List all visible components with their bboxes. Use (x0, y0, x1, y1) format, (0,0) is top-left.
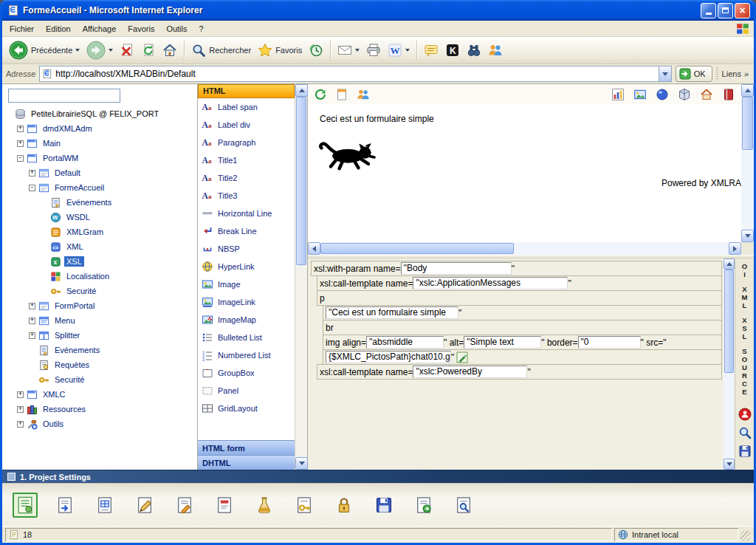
side-tab-oi[interactable]: OI (742, 262, 747, 278)
edit-word-button[interactable]: W (385, 41, 413, 60)
book-red-icon[interactable] (722, 88, 735, 101)
source-row-3[interactable]: p (317, 290, 722, 306)
source-row-4[interactable]: "Ceci est un formulaire simple" (323, 305, 722, 321)
tool-button-9[interactable] (331, 493, 357, 518)
address-dropdown-button[interactable] (659, 66, 671, 81)
project-settings-bar[interactable]: 1. Project Settings (2, 470, 754, 483)
minimize-button[interactable] (701, 3, 716, 18)
tree-item-splitter[interactable]: +Splitter (2, 328, 197, 343)
tool-button-8[interactable] (292, 493, 317, 518)
magnifier-icon[interactable] (738, 426, 752, 439)
tree-item-wsdl[interactable]: WWSDL (2, 210, 197, 224)
forward-button[interactable] (83, 38, 116, 62)
source-field[interactable]: "absmiddle (366, 336, 444, 349)
go-button[interactable]: OK (676, 66, 712, 82)
tree-expand-toggle[interactable]: + (17, 391, 24, 398)
scrollbar-thumb[interactable] (724, 270, 734, 373)
search-button[interactable]: Rechercher (188, 41, 254, 60)
back-dropdown-caret[interactable] (75, 49, 80, 52)
save-icon[interactable] (738, 445, 752, 458)
tree-item-localisation[interactable]: Localisation (2, 269, 197, 284)
tool-button-1[interactable] (13, 493, 38, 518)
menu-item-affichage[interactable]: Affichage (77, 22, 123, 35)
side-tab-xsl[interactable]: XSL (742, 316, 746, 340)
tree-expand-toggle[interactable]: - (17, 155, 24, 162)
tree-item-dmdxmladm[interactable]: +dmdXMLAdm (2, 121, 197, 136)
palette-item-label-div[interactable]: AaLabel div (198, 116, 295, 134)
menu-item-favoris[interactable]: Favoris (122, 22, 160, 35)
tree-item-main[interactable]: +Main (2, 136, 197, 151)
research-button[interactable] (464, 41, 484, 60)
source-row-1[interactable]: xsl:with-param name="Body" (311, 261, 722, 276)
back-button[interactable]: Précédente (6, 38, 83, 62)
mail-button[interactable] (334, 41, 362, 60)
tree-item-formeaccueil[interactable]: -FormeAccueil (2, 180, 197, 195)
scroll-left-button[interactable] (308, 242, 320, 255)
tree-item-ressources[interactable]: +Ressources (2, 402, 197, 417)
tool-button-6[interactable] (212, 493, 237, 518)
page-orange-icon[interactable] (335, 88, 348, 101)
source-row-8[interactable]: xsl:call-template name="xslc:PoweredBy" (317, 364, 722, 380)
links-toolbar[interactable]: Liens » (722, 69, 750, 78)
palette-item-groupbox[interactable]: GroupBox (198, 364, 295, 382)
tool-button-10[interactable] (371, 493, 396, 518)
edit-dropdown-caret[interactable] (405, 49, 410, 52)
source-field[interactable]: "Simple text (464, 336, 541, 349)
tool-button-7[interactable] (252, 493, 277, 518)
palette-item-paragraph[interactable]: AaParagraph (198, 134, 295, 151)
palette-section-html-form[interactable]: HTML form (198, 440, 295, 455)
palette-item-title2[interactable]: AaTitle2 (198, 169, 295, 187)
home-orange-icon[interactable] (700, 88, 713, 101)
palette-header[interactable]: HTML (198, 84, 295, 98)
preview-horizontal-scrollbar[interactable] (308, 242, 741, 255)
scroll-right-button[interactable] (729, 242, 741, 255)
tree-item-outils[interactable]: +Outils (2, 417, 197, 431)
menu-item-5[interactable]: ? (193, 22, 210, 35)
source-field[interactable]: "0 (578, 336, 641, 349)
tree-item-xsl[interactable]: xXSL (2, 254, 197, 269)
tree-expand-toggle[interactable]: + (17, 421, 24, 428)
print-button[interactable] (363, 41, 384, 60)
palette-item-gridlayout[interactable]: GridLayout (198, 400, 295, 417)
source-field[interactable]: "xslc:PoweredBy (413, 366, 527, 378)
source-field[interactable]: {$XMLC_PictosPath}chat010.gif (326, 351, 451, 363)
k-tool-button[interactable]: K (442, 41, 463, 60)
tree-item-requ-tes[interactable]: Requètes (2, 357, 197, 372)
discuss-button[interactable] (421, 41, 441, 60)
tree-item-ev-nements[interactable]: Evénements (2, 343, 197, 357)
history-button[interactable] (306, 41, 326, 60)
tree-item-securit[interactable]: Securité (2, 284, 197, 298)
tree-item-xmlgram[interactable]: XMLGram (2, 224, 197, 239)
tree-expand-toggle[interactable]: + (17, 126, 24, 132)
palette-item-horizontal-line[interactable]: Horizontal Line (198, 205, 295, 222)
tool-button-2[interactable] (52, 493, 78, 518)
home-button[interactable] (159, 41, 180, 60)
refresh-button[interactable] (138, 41, 159, 60)
menu-item-edition[interactable]: Edition (40, 22, 77, 35)
palette-section-dhtml[interactable]: DHTML (198, 455, 295, 470)
palette-item-title1[interactable]: AaTitle1 (198, 151, 295, 169)
side-tab-xml[interactable]: XML (742, 285, 748, 309)
address-input[interactable]: http://localhost/XMLRADBin/Default (39, 66, 671, 82)
title-bar[interactable]: FormeAccueil - Microsoft Internet Explor… (2, 0, 754, 21)
xsl-source-editor[interactable]: xsl:with-param name="Body"xsl:call-templ… (308, 258, 724, 470)
tree-item-xmlc[interactable]: +XMLC (2, 387, 197, 402)
preview-pane[interactable]: Ceci est un formulaire simple (308, 104, 741, 242)
palette-item-bulleted-list[interactable]: Bulleted List (198, 329, 295, 346)
menu-item-fichier[interactable]: Fichier (4, 22, 40, 35)
scrollbar-track[interactable] (514, 242, 729, 255)
tree-search-input[interactable] (8, 89, 120, 103)
tool-button-11[interactable] (411, 493, 436, 518)
chart-icon[interactable] (611, 88, 625, 101)
palette-item-imagemap[interactable]: ImageMap (198, 311, 295, 329)
source-row-5[interactable]: br (323, 320, 722, 335)
cube-icon[interactable] (678, 88, 691, 101)
scroll-up-button[interactable] (295, 84, 308, 97)
tree-item-menu[interactable]: +Menu (2, 313, 197, 328)
mail-dropdown-caret[interactable] (355, 49, 360, 52)
tree-expand-toggle[interactable]: - (29, 185, 35, 191)
tree-item-default[interactable]: +Default (2, 165, 197, 180)
tree-item-ev-nements[interactable]: Evénements (2, 195, 197, 210)
source-field[interactable]: "Body (401, 262, 512, 275)
source-row-2[interactable]: xsl:call-template name="xslc:Application… (317, 275, 722, 291)
